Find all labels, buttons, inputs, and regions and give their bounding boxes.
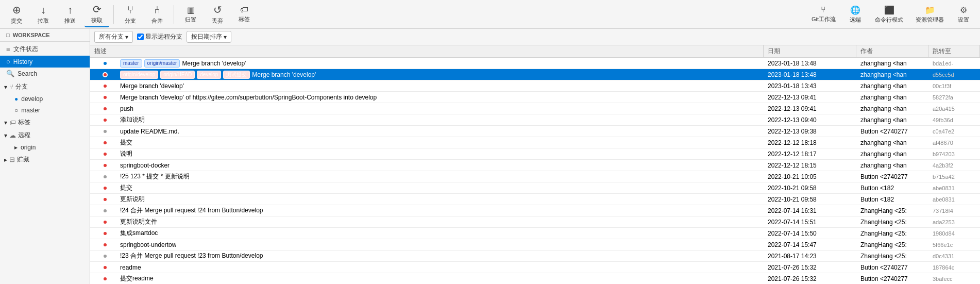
table-row[interactable]: 更新说明文件2022-07-14 15:51ZhangHang <25:ada2… — [90, 216, 980, 228]
graph-dot — [103, 72, 108, 77]
branch-icon: ⑂ — [127, 4, 133, 16]
file-status-icon: ≡ — [6, 45, 10, 53]
branch-button[interactable]: ⑂ 分支 — [118, 2, 143, 27]
sidebar-item-file-status[interactable]: ≡ 文件状态 — [0, 43, 90, 56]
discard-button[interactable]: ↺ 丢弃 — [205, 2, 230, 27]
git-flow-button[interactable]: ⑂ Git工作流 — [806, 3, 841, 25]
commit-author: zhanghang <han — [856, 70, 928, 79]
commit-hash: 1980d84 — [928, 229, 980, 238]
commit-hash: af48670 — [928, 139, 980, 147]
commit-date: 2022-12-13 09:40 — [764, 115, 856, 125]
terminal-button[interactable]: ⬛ 命令行模式 — [870, 3, 908, 26]
table-row[interactable]: !25 123 * 提交 * 更新说明2022-10-21 10:05Butto… — [90, 171, 980, 182]
stash-label: 贮藏 — [17, 155, 29, 164]
graph-dot — [103, 254, 108, 259]
commit-desc-cell: 提交 — [90, 137, 764, 148]
remote-button[interactable]: 🌐 远端 — [843, 3, 868, 26]
table-row[interactable]: 集成smartdoc2022-07-14 15:50ZhangHang <25:… — [90, 228, 980, 239]
table-row[interactable]: update README.md.2022-12-13 09:38Button … — [90, 126, 980, 137]
commit-description: 说明 — [120, 149, 132, 158]
push-button[interactable]: ↑ 推送 — [58, 2, 82, 27]
commit-date: 2022-10-21 10:05 — [764, 172, 856, 181]
commit-description: !23 合并 Merge pull request !23 from Butto… — [120, 252, 263, 260]
commit-date: 2022-10-21 09:58 — [764, 195, 856, 204]
merge-label: 合并 — [151, 17, 163, 25]
table-row[interactable]: 提交2022-12-12 18:18zhanghang <hanaf48670 — [90, 137, 980, 148]
branch-master-icon: ○ — [14, 107, 18, 114]
commit-list: masterorigin/masterMerge branch 'develop… — [90, 58, 980, 284]
commit-desc-cell: 添加说明 — [90, 114, 764, 125]
settings-button[interactable]: ⚙ 设置 — [951, 3, 976, 26]
commit-desc-cell: readme — [90, 263, 764, 272]
commit-desc-cell: 说明 — [90, 148, 764, 159]
origin-label: origin — [21, 144, 36, 151]
table-row[interactable]: !24 合并 Merge pull request !24 from Butto… — [90, 205, 980, 216]
sort-button[interactable]: 按日期排序 ▾ — [187, 31, 231, 43]
table-row[interactable]: push2022-12-13 09:41zhanghang <hana20a41… — [90, 103, 980, 114]
commit-description: 提交readme — [120, 274, 154, 283]
branch-develop-label: develop — [21, 95, 43, 103]
table-row[interactable]: 提交2022-10-21 09:58Button <182abe0831 — [90, 182, 980, 194]
graph-area — [92, 129, 118, 134]
commit-author: ZhangHang <25: — [856, 229, 928, 238]
table-row[interactable]: readme2021-07-26 15:32Button <2740277187… — [90, 262, 980, 273]
commit-hash: 73718f4 — [928, 207, 980, 215]
commit-desc-cell: origin/developorigin/HEADdevelop测试提交Merg… — [90, 70, 764, 80]
commit-desc-cell: !24 合并 Merge pull request !24 from Butto… — [90, 205, 764, 216]
table-row[interactable]: Merge branch 'develop' of https://gitee.… — [90, 92, 980, 103]
commit-date: 2022-10-21 09:58 — [764, 183, 856, 193]
all-branches-button[interactable]: 所有分支 ▾ — [94, 31, 133, 43]
commit-date: 2022-07-14 15:47 — [764, 240, 856, 249]
tag-label: 标签 — [239, 15, 250, 23]
table-row[interactable]: springboot-undertow2022-07-14 15:47Zhang… — [90, 239, 980, 250]
table-row[interactable]: !23 合并 Merge pull request !23 from Butto… — [90, 250, 980, 262]
table-row[interactable]: 更新说明2022-10-21 09:58Button <182abe0831 — [90, 194, 980, 205]
commit-desc-cell: 提交readme — [90, 273, 764, 284]
resource-manager-label: 资源管理器 — [916, 16, 944, 24]
merge-button[interactable]: ⑃ 合并 — [145, 2, 170, 27]
toolbar: ⊕ 提交 ↓ 拉取 ↑ 推送 ⟳ 获取 ⑂ 分支 ⑃ 合并 ▥ 归置 ↺ — [0, 0, 980, 29]
chevron-right-icon: ▾ — [4, 119, 7, 126]
app-container: ⊕ 提交 ↓ 拉取 ↑ 推送 ⟳ 获取 ⑂ 分支 ⑃ 合并 ▥ 归置 ↺ — [0, 0, 980, 284]
pull-button[interactable]: ↓ 拉取 — [31, 2, 56, 27]
branch-tag-badge: origin/develop — [120, 71, 158, 79]
sidebar-remote-header[interactable]: ▾ ☁ 远程 — [0, 129, 90, 142]
branch-master-label: master — [21, 107, 40, 114]
table-header: 描述 日期 作者 跳转至 — [90, 45, 980, 58]
archive-button[interactable]: ▥ 归置 — [178, 3, 203, 26]
workspace-label: WORKSPACE — [13, 32, 50, 38]
all-branches-label: 所有分支 — [99, 32, 124, 41]
commit-author: ZhangHang <25: — [856, 218, 928, 227]
search-label: Search — [18, 70, 37, 77]
table-row[interactable]: 提交readme2021-07-26 15:32Button <27402773… — [90, 273, 980, 284]
table-row[interactable]: springboot-docker2022-12-12 18:15zhangha… — [90, 160, 980, 171]
sidebar-item-search[interactable]: 🔍 Search — [0, 68, 90, 79]
graph-dot — [103, 220, 108, 225]
branches-label: 分支 — [15, 82, 28, 91]
commit-hash: a20a415 — [928, 105, 980, 113]
commit-description: springboot-docker — [120, 162, 170, 169]
pull-icon: ↓ — [41, 4, 46, 16]
show-remote-checkbox-label[interactable]: 显示远程分支 — [137, 32, 182, 41]
sidebar-branches-header[interactable]: ▾ ⑂ 分支 — [0, 80, 90, 93]
fetch-button[interactable]: ⟳ 获取 — [85, 1, 109, 27]
sidebar-item-develop[interactable]: ● develop — [0, 93, 90, 105]
commit-desc-cell: springboot-undertow — [90, 240, 764, 249]
commit-button[interactable]: ⊕ 提交 — [4, 2, 29, 27]
sidebar-item-history[interactable]: ○ History — [0, 56, 90, 68]
table-row[interactable]: 说明2022-12-12 18:17zhanghang <hanb974203 — [90, 148, 980, 160]
header-jump: 跳转至 — [928, 45, 980, 57]
sidebar-stash-header[interactable]: ▸ ⊟ 贮藏 — [0, 153, 90, 166]
sidebar-item-origin[interactable]: ▸ origin — [0, 142, 90, 153]
commit-hash: 4a2b3f2 — [928, 161, 980, 170]
resource-manager-button[interactable]: 📁 资源管理器 — [910, 3, 949, 26]
table-row[interactable]: masterorigin/masterMerge branch 'develop… — [90, 58, 980, 69]
show-remote-checkbox[interactable] — [137, 34, 144, 40]
table-row[interactable]: 添加说明2022-12-13 09:40zhanghang <han49fb36… — [90, 114, 980, 126]
sidebar-tags-header[interactable]: ▾ 🏷 标签 — [0, 116, 90, 129]
tag-button[interactable]: 🏷 标签 — [232, 3, 257, 25]
table-row[interactable]: origin/developorigin/HEADdevelop测试提交Merg… — [90, 69, 980, 80]
commit-desc-cell: 更新说明文件 — [90, 216, 764, 227]
table-row[interactable]: Merge branch 'develop'2023-01-18 13:43zh… — [90, 80, 980, 92]
sidebar-item-master[interactable]: ○ master — [0, 105, 90, 116]
